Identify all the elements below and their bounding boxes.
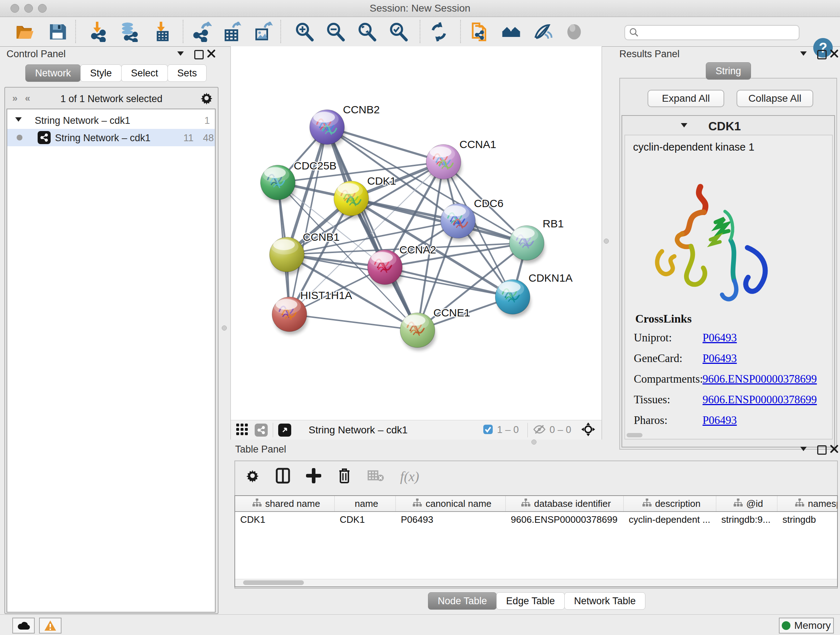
network-edge[interactable] [289, 314, 417, 330]
control-panel-float-icon[interactable] [194, 50, 204, 61]
search-input[interactable] [639, 27, 786, 39]
hidden-counts: 0 – 0 [549, 424, 571, 435]
network-node-cdkn1a[interactable]: CDKN1A [495, 272, 573, 317]
selected-checkbox-icon[interactable] [483, 424, 493, 436]
delete-column-icon[interactable] [337, 467, 352, 486]
column-header-name[interactable]: name [335, 496, 396, 511]
control-panel-menu-icon[interactable] [177, 51, 184, 60]
crosslink-link[interactable]: P06493 [703, 414, 737, 427]
tab-sets[interactable]: Sets [167, 65, 207, 82]
gene-section-expander-icon[interactable] [681, 123, 687, 131]
results-panel-float-icon[interactable] [817, 50, 827, 61]
import-network-from-file-icon[interactable] [88, 21, 109, 42]
tab-network[interactable]: Network [25, 65, 81, 82]
results-panel-menu-icon[interactable] [800, 51, 807, 60]
apply-preferred-layout-icon[interactable] [428, 21, 449, 42]
tab-select[interactable]: Select [121, 65, 168, 82]
import-network-from-database-icon[interactable] [118, 21, 140, 42]
birds-eye-view-icon[interactable] [564, 21, 584, 42]
grid-view-icon[interactable] [236, 423, 248, 437]
column-label: shared name [265, 498, 320, 509]
network-node-cdc25b[interactable]: CDC25B [261, 160, 336, 203]
crosslinks-list: Uniprot:P06493GeneCard:P06493Compartment… [625, 327, 832, 431]
column-header-database-identifier[interactable]: database identifier [506, 496, 624, 511]
tab-string[interactable]: String [706, 62, 751, 80]
collapse-all-button[interactable]: Collapse All [737, 90, 813, 107]
memory-button[interactable]: Memory [779, 618, 834, 633]
show-graphics-details-icon[interactable] [532, 21, 553, 42]
table-gear-icon[interactable] [245, 469, 260, 485]
tab-edge-table[interactable]: Edge Table [496, 592, 565, 610]
tab-network-table[interactable]: Network Table [564, 592, 646, 610]
column-header-description[interactable]: description [624, 496, 716, 511]
collection-label: String Network – cdk1 [35, 115, 130, 126]
cloud-button[interactable] [12, 618, 35, 633]
crosslink-row: Uniprot:P06493 [625, 327, 832, 348]
network-node-rb1[interactable]: RB1 [509, 218, 564, 263]
crosslink-link[interactable]: 9606.ENSP00000378699 [703, 372, 817, 386]
import-table-from-file-icon[interactable] [150, 21, 172, 42]
open-session-icon[interactable] [14, 21, 35, 42]
network-selection-status: 1 of 1 Network selected [5, 93, 218, 105]
tab-node-table[interactable]: Node Table [428, 592, 497, 610]
string-protein-query-icon[interactable] [468, 21, 489, 42]
zoom-in-icon[interactable] [294, 21, 315, 42]
table-panel-float-icon[interactable] [817, 445, 827, 456]
expand-all-button[interactable]: Expand All [647, 90, 724, 107]
network-status-dot [17, 135, 22, 141]
column-header-namespace[interactable]: namespace [777, 496, 838, 511]
bottom-splitter-handle[interactable] [531, 440, 537, 445]
column-label: namespace [808, 498, 838, 509]
zoom-fit-content-icon[interactable] [357, 21, 378, 42]
node-label: CCNB1 [303, 231, 340, 243]
network-collection-row[interactable]: String Network – cdk1 1 [7, 112, 215, 128]
save-session-icon[interactable] [47, 21, 68, 42]
crosslink-link[interactable]: P06493 [703, 331, 737, 344]
right-splitter-handle[interactable] [604, 239, 609, 244]
crosslink-label: Uniprot: [625, 331, 703, 344]
network-node-cdk1[interactable]: CDK1 [334, 175, 396, 219]
crosslink-link[interactable]: 9606.ENSP00000378699 [703, 393, 817, 406]
control-panel-close-icon[interactable] [207, 49, 216, 59]
zoom-out-icon[interactable] [325, 21, 346, 42]
add-column-icon[interactable] [306, 468, 321, 485]
table-hscrollbar-thumb[interactable] [243, 580, 304, 585]
search-box [624, 25, 799, 40]
crosslink-link[interactable]: P06493 [703, 352, 737, 365]
hidden-eye-icon[interactable] [533, 424, 546, 436]
network-row-selected[interactable]: String Network – cdk1 11 48 [7, 129, 215, 146]
column-header--id[interactable]: @id [716, 496, 777, 511]
show-columns-icon[interactable] [276, 468, 290, 485]
export-image-icon[interactable] [253, 21, 273, 42]
table-panel-menu-icon[interactable] [800, 447, 807, 456]
detach-view-icon[interactable] [278, 424, 291, 437]
zoom-selected-icon[interactable] [388, 21, 409, 42]
crosslinks-title: CrossLinks [635, 312, 692, 325]
table-cell: cyclin-dependent ... [624, 512, 716, 527]
tab-style[interactable]: Style [80, 65, 122, 82]
node-label: CDKN1A [529, 272, 573, 284]
node-label: CCNB2 [343, 103, 380, 116]
gene-symbol: CDK1 [708, 119, 741, 133]
column-header-canonical-name[interactable]: canonical name [396, 496, 506, 511]
results-panel-close-icon[interactable] [830, 49, 838, 59]
table-panel-close-icon[interactable] [830, 445, 838, 455]
warning-button[interactable] [39, 618, 62, 633]
home-icon[interactable] [501, 21, 522, 42]
network-view-share-icon[interactable] [255, 424, 268, 437]
network-node-ccna1[interactable]: CCNA1 [426, 138, 496, 182]
table-hscrollbar[interactable] [235, 579, 837, 586]
node-label: CCNA1 [459, 138, 496, 150]
column-header-shared-name[interactable]: shared name [235, 496, 335, 511]
results-hscrollbar[interactable] [627, 433, 643, 437]
fit-selected-crosshair-icon[interactable] [581, 422, 596, 439]
collection-expander-icon[interactable] [15, 117, 22, 125]
network-edge[interactable] [289, 127, 327, 314]
export-table-icon[interactable] [222, 21, 243, 42]
left-splitter-handle[interactable] [222, 325, 227, 331]
network-panel-gear-icon[interactable] [200, 91, 213, 106]
export-network-icon[interactable] [191, 21, 212, 42]
network-canvas[interactable]: CCNB2CCNA1CDC25BCDK1CDC6RB1CCNB1CCNA2CDK… [231, 46, 602, 420]
network-node-hist1h1a[interactable]: HIST1H1A [272, 289, 352, 334]
table-row[interactable]: CDK1CDK1P064939606.ENSP00000378699cyclin… [235, 512, 837, 527]
